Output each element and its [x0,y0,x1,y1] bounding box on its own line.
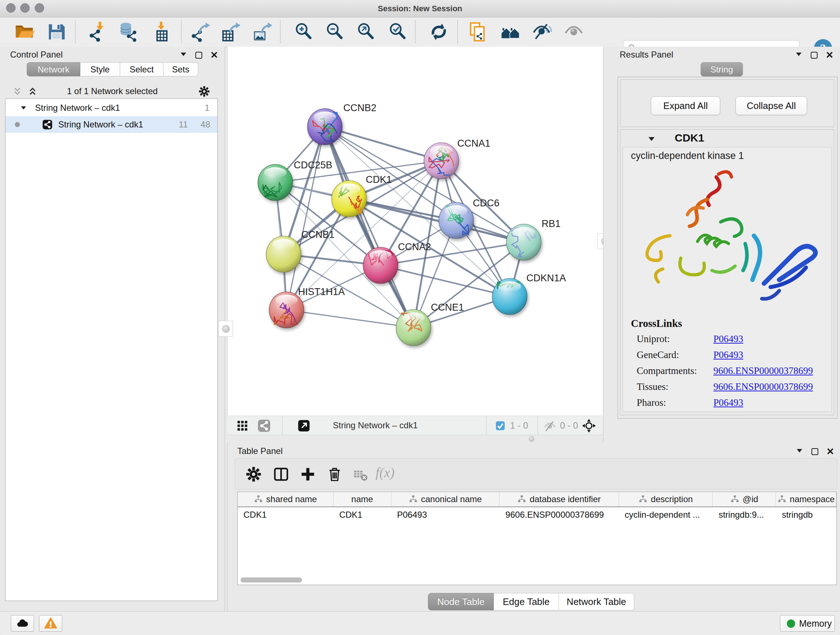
tab-select[interactable]: Select [120,62,164,76]
panel-menu-icon[interactable] [795,50,803,60]
splitter-handle[interactable] [529,436,534,442]
panel-menu-icon[interactable] [180,50,187,60]
tab-edge-table[interactable]: Edge Table [494,593,559,610]
network-edge[interactable] [286,127,325,310]
network-node-ccne1[interactable] [396,310,431,346]
node-label-ccna2: CCNA2 [398,241,431,252]
string-results-container: Expand All Collapse All CDK1 cyclin-depe… [617,77,837,418]
memory-button[interactable]: Memory [780,615,835,632]
apply-layout-icon[interactable] [429,22,449,42]
import-network-file-icon[interactable] [88,22,109,42]
delete-column-trash-icon[interactable] [326,466,343,483]
network-options-gear-icon[interactable] [198,86,210,99]
network-node-cdkn1a[interactable] [493,279,527,315]
network-badge-gray-icon[interactable] [257,419,271,432]
table-row[interactable]: CDK1CDK1P064939606.ENSP00000378699cyclin… [238,507,836,523]
float-panel-icon[interactable] [195,52,202,59]
column-header-database-identifier[interactable]: database identifier [500,492,619,507]
left-splitter-handle[interactable] [218,321,233,337]
column-header--id[interactable]: @id [713,492,776,507]
panel-menu-icon[interactable] [796,447,804,456]
zoom-out-icon[interactable] [325,22,345,42]
add-column-icon[interactable] [300,466,316,483]
node-table[interactable]: shared namenamecanonical namedatabase id… [237,492,837,585]
crosslink-link[interactable]: P06493 [714,349,744,360]
column-header-description[interactable]: description [619,492,713,507]
table-cell[interactable]: stringdb [776,507,836,523]
network-edge[interactable] [325,127,414,328]
table-settings-gear-icon[interactable] [245,466,262,483]
network-edge[interactable] [381,265,510,296]
tab-network[interactable]: Network [27,62,80,76]
network-node-ccna2[interactable] [363,247,398,283]
show-graphics-details-icon[interactable] [564,22,584,42]
import-network-database-icon[interactable] [118,22,138,42]
crosslink-link[interactable]: P06493 [714,397,744,408]
zoom-selected-icon[interactable] [388,22,408,42]
warnings-button[interactable] [39,615,62,632]
tab-network-table[interactable]: Network Table [559,593,634,610]
clone-network-icon[interactable] [468,22,488,42]
network-node-cdc6[interactable] [439,203,474,239]
save-session-icon[interactable] [46,22,66,42]
cloud-status-button[interactable] [11,615,34,632]
zoom-in-icon[interactable] [294,22,314,42]
selected-checkbox-icon[interactable] [495,420,506,431]
network-node-cdk1[interactable] [332,181,366,217]
network-node-hist1h1a[interactable] [269,292,304,328]
crosslink-link[interactable]: P06493 [714,333,744,344]
import-table-icon[interactable] [150,22,170,42]
close-panel-icon[interactable]: ✕ [826,448,834,455]
export-table-icon[interactable] [221,22,242,42]
network-node-ccna1[interactable] [424,143,459,179]
float-panel-icon[interactable] [811,52,818,59]
column-header-canonical-name[interactable]: canonical name [392,492,500,507]
network-node-cdc25b[interactable] [258,165,293,201]
column-header-namespace[interactable]: namespace [776,492,836,507]
network-row[interactable]: String Network – cdk1 11 48 [5,116,218,133]
node-label-cdc25b: CDC25B [294,160,332,171]
close-panel-icon[interactable]: ✕ [826,51,834,59]
tab-string[interactable]: String [701,62,743,76]
network-canvas[interactable]: CCNB2CCNA1CDC25BCDK1CDC6RB1CCNB1CCNA2CDK… [227,47,603,416]
network-view-toolbar: String Network – cdk1 1 - 0 0 - 0 [227,416,603,435]
birds-eye-view-icon[interactable] [236,419,249,432]
expand-all-button[interactable]: Expand All [651,96,720,115]
float-panel-icon[interactable] [812,448,818,455]
table-cell[interactable]: CDK1 [238,507,333,523]
detach-view-icon[interactable] [297,419,310,432]
fit-selection-crosshair-icon[interactable] [582,418,596,433]
zoom-fit-icon[interactable] [356,22,376,42]
collection-expand-icon[interactable] [20,104,27,113]
horizontal-splitter[interactable] [227,435,603,443]
table-cell[interactable]: 9606.ENSP00000378699 [500,507,619,523]
network-edge[interactable] [286,310,414,328]
first-neighbors-icon[interactable] [500,22,521,42]
tab-node-table[interactable]: Node Table [428,593,494,610]
show-column-panel-icon[interactable] [273,466,289,483]
network-node-rb1[interactable] [507,224,541,260]
open-file-icon[interactable] [14,22,35,42]
crosslink-link[interactable]: 9606.ENSP00000378699 [714,381,813,392]
table-cell[interactable]: CDK1 [333,507,392,523]
close-panel-icon[interactable]: ✕ [210,51,218,59]
tab-style[interactable]: Style [80,62,120,76]
crosslink-link[interactable]: 9606.ENSP00000378699 [714,365,813,376]
collapse-all-button[interactable]: Collapse All [736,96,807,115]
hide-selected-icon[interactable] [532,22,552,42]
network-graph[interactable]: CCNB2CCNA1CDC25BCDK1CDC6RB1CCNB1CCNA2CDK… [227,47,603,416]
export-image-icon[interactable] [253,22,273,42]
network-node-ccnb2[interactable] [308,109,342,145]
table-cell[interactable]: P06493 [391,507,500,523]
network-node-ccnb1[interactable] [266,236,301,272]
tab-sets[interactable]: Sets [164,62,198,76]
column-header-shared-name[interactable]: shared name [238,492,333,507]
column-header-name[interactable]: name [333,492,392,507]
horizontal-scrollbar[interactable] [240,578,302,583]
export-network-icon[interactable] [191,22,211,42]
section-collapse-icon[interactable] [647,135,656,145]
network-collection-row[interactable]: String Network – cdk1 1 [5,100,218,116]
table-cell[interactable]: cyclin-dependent ... [619,507,713,523]
table-cell[interactable]: stringdb:9... [713,507,776,523]
network-edge[interactable] [325,127,441,161]
